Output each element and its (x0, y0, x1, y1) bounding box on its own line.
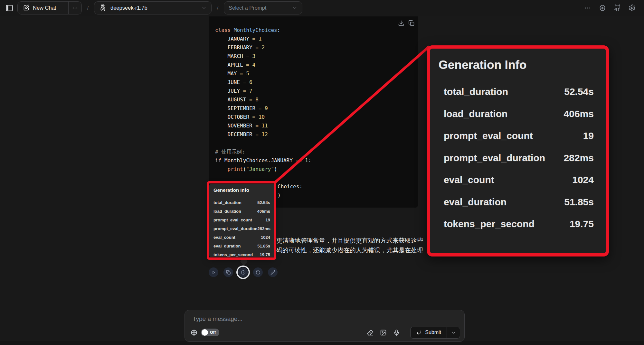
github-button[interactable] (613, 4, 621, 12)
ellipsis-icon (72, 5, 78, 11)
code-line: FEBRUARY = 2 (215, 43, 418, 52)
code-line (215, 139, 418, 147)
stat-label: total_duration (444, 86, 508, 97)
play-icon (211, 270, 216, 275)
web-search-toggle[interactable]: Off (201, 329, 219, 336)
generation-info-row: eval_duration51.85s (444, 191, 594, 213)
generation-info-row: eval_count1024 (213, 233, 270, 242)
more-options-button[interactable] (583, 4, 592, 12)
brain-gear-icon (599, 4, 606, 12)
new-chat-group: New Chat (17, 1, 82, 14)
new-chat-button[interactable]: New Chat (18, 2, 68, 14)
knowledge-button[interactable] (598, 4, 607, 12)
generation-info-row: eval_duration51.85s (213, 242, 270, 250)
generation-info-rows: total_duration52.54sload_duration406mspr… (213, 198, 270, 259)
stat-value: 51.85s (257, 244, 270, 248)
edit-square-icon (23, 5, 30, 11)
submit-button[interactable]: Submit (411, 327, 447, 338)
generation-info-row: prompt_eval_duration282ms (444, 147, 594, 169)
copy-message-button[interactable] (223, 267, 233, 277)
stat-value: 52.54s (564, 86, 594, 97)
generation-info-row: tokens_per_second19.75 (444, 213, 594, 235)
settings-button[interactable] (628, 4, 636, 12)
web-search-button[interactable] (190, 328, 198, 337)
composer-toolbar: Off (190, 326, 460, 339)
copy-icon (226, 270, 231, 275)
chat-more-button[interactable] (69, 2, 81, 14)
code-line: APRIL = 4 (215, 61, 418, 69)
stat-value: 51.85s (564, 197, 594, 208)
github-icon (614, 4, 621, 12)
code-line: MAY = 5 (215, 69, 418, 78)
prompt-selector[interactable]: Select a Prompt (224, 1, 302, 14)
stat-value: 19.75 (260, 252, 270, 257)
code-line: SEPTEMBER = 9 (215, 104, 418, 113)
submit-button-group: Submit (410, 327, 460, 339)
info-icon (241, 270, 246, 275)
microphone-icon (393, 329, 400, 336)
stat-value: 19 (583, 130, 594, 141)
topbar-right-icons (583, 4, 636, 12)
top-bar: New Chat / deepsee (0, 0, 644, 16)
chevron-down-icon (451, 330, 456, 335)
stat-value: 19.75 (570, 219, 594, 229)
voice-input-button[interactable] (392, 328, 401, 337)
message-line: 码的可读性，还能减少潜在的人为错误，尤其是在处理 (276, 246, 424, 255)
stat-value: 282ms (258, 226, 270, 231)
code-line: MARCH = 3 (215, 52, 418, 61)
generation-info-row: tokens_per_second19.75 (213, 250, 270, 259)
model-selector[interactable]: deepseek-r1:7b (94, 1, 212, 14)
stat-label: prompt_eval_duration (213, 226, 258, 231)
toggle-knob (202, 329, 208, 336)
message-action-row (209, 267, 278, 277)
llama-icon (99, 4, 107, 12)
code-lines: class MonthlyChoices: JANUARY = 1 FEBRUA… (215, 26, 418, 200)
generation-info-row: total_duration52.54s (213, 198, 270, 207)
stat-value: 1024 (261, 235, 270, 240)
code-line: class MonthlyChoices: (215, 26, 418, 34)
chevron-down-icon (201, 5, 207, 11)
sidebar-toggle-button[interactable] (4, 3, 15, 14)
globe-icon (191, 329, 197, 336)
breadcrumb-separator: / (212, 5, 224, 12)
stat-value: 52.54s (257, 200, 270, 205)
stat-label: load_duration (444, 108, 507, 119)
pencil-icon (270, 270, 275, 275)
generation-info-row: load_duration406ms (213, 207, 270, 216)
generation-info-button[interactable] (238, 267, 248, 277)
stat-label: prompt_eval_count (444, 130, 533, 141)
prompt-selector-placeholder: Select a Prompt (229, 5, 289, 11)
generation-info-tooltip: Generation Info total_duration52.54sload… (209, 184, 274, 257)
code-line: if MonthlyChoices.JANUARY == 1: (215, 156, 418, 165)
code-line: JULY = 7 (215, 87, 418, 95)
stat-label: eval_count (213, 235, 235, 240)
code-line: OCTOBER = 10 (215, 113, 418, 121)
stat-label: prompt_eval_count (213, 218, 252, 222)
ellipsis-icon (584, 5, 591, 12)
stat-label: tokens_per_second (213, 252, 253, 257)
message-composer: Off (185, 310, 465, 342)
download-code-button[interactable] (398, 20, 404, 26)
message-line: 更清晰地管理常量，并且提供更直观的方式来获取这些 (276, 236, 424, 246)
stat-value: 406ms (564, 108, 594, 119)
generation-info-row: prompt_eval_duration282ms (213, 224, 270, 233)
stat-label: total_duration (213, 200, 242, 205)
clear-chat-button[interactable] (366, 328, 374, 337)
regenerate-button[interactable] (253, 267, 263, 277)
generation-info-row: total_duration52.54s (444, 81, 594, 103)
code-line: NOVEMBER = 11 (215, 121, 418, 130)
attach-image-button[interactable] (379, 328, 387, 337)
submit-label: Submit (425, 330, 441, 335)
edit-message-button[interactable] (268, 267, 278, 277)
generation-info-rows-zoomed: total_duration52.54sload_duration406mspr… (430, 81, 606, 235)
annotation-zoom-box: Generation Info total_duration52.54sload… (427, 45, 609, 256)
code-line: DECEMBER = 12 (215, 130, 418, 139)
message-input[interactable] (193, 315, 418, 322)
generation-info-title-zoomed: Generation Info (439, 58, 606, 72)
run-code-button[interactable] (209, 267, 218, 277)
generation-info-row: load_duration406ms (444, 103, 594, 125)
submit-options-button[interactable] (447, 327, 460, 338)
code-line: JUNE = 6 (215, 78, 418, 87)
stat-label: eval_duration (444, 197, 507, 208)
copy-code-button[interactable] (408, 20, 415, 26)
